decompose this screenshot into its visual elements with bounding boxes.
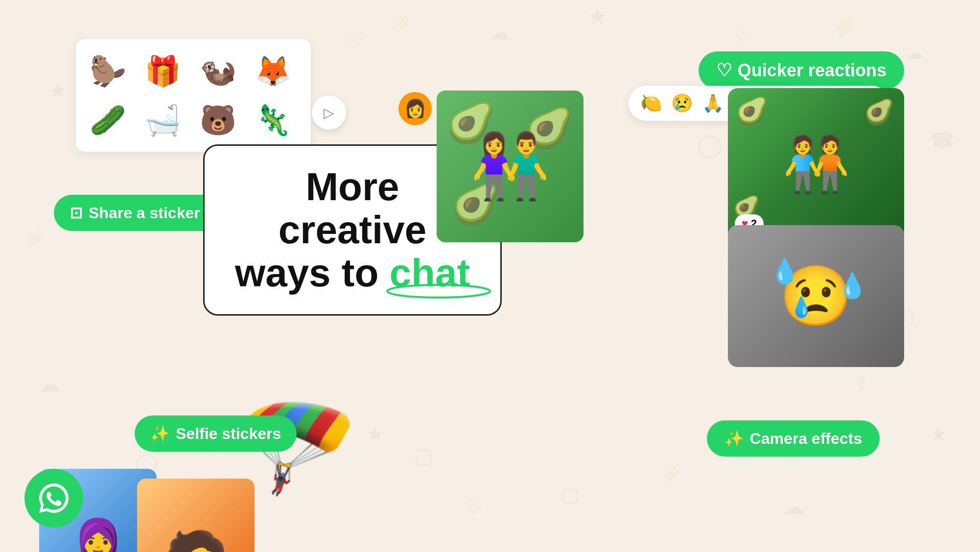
video-large-panel: 🥑 🥑 🥑 🧑‍🤝‍🧑 ♥ 2 <box>728 88 904 240</box>
svg-text:♡: ♡ <box>343 27 365 54</box>
sticker-5: 🥒 <box>86 98 130 142</box>
sticker-6: 🛁 <box>141 98 185 142</box>
send-button[interactable]: ▷ <box>312 95 346 130</box>
quicker-reactions-icon: ♡ <box>716 60 732 81</box>
couple-photo: 🥑 🥑 🥑 👫 <box>437 91 583 242</box>
svg-text:♡: ♡ <box>465 496 483 518</box>
camera-effects-badge: ✨ Camera effects <box>707 420 880 457</box>
svg-text:⚡: ⚡ <box>24 228 47 249</box>
emoji-pray[interactable]: 🙏 <box>702 93 724 114</box>
sticker-2: 🎁 <box>141 49 185 93</box>
svg-text:★: ★ <box>930 424 947 444</box>
quicker-reactions-badge: ♡ Quicker reactions <box>699 51 904 90</box>
video-cry-panel: 😢 💧 💧 <box>728 225 904 367</box>
sticker-3: 🦦 <box>196 49 240 93</box>
camera-effects-icon: ✨ <box>724 429 744 448</box>
share-sticker-icon: ⊡ <box>70 204 83 222</box>
svg-point-16 <box>699 136 721 158</box>
svg-text:♡: ♡ <box>734 27 751 48</box>
emoji-lemon[interactable]: 🍋 <box>640 93 662 114</box>
whatsapp-circle <box>24 469 83 528</box>
camera-effects-label: Camera effects <box>750 430 862 448</box>
svg-text:☁: ☁ <box>783 495 804 518</box>
send-icon: ▷ <box>324 105 334 121</box>
svg-text:⤴: ⤴ <box>857 375 865 395</box>
selfie-stickers-badge: ✨ Selfie stickers <box>135 415 297 452</box>
video-couple-panel: 🥑 🥑 🥑 👫 <box>437 91 583 242</box>
svg-text:★: ★ <box>49 80 67 102</box>
selfie-stickers-icon: ✨ <box>150 424 170 443</box>
sticker-4: 🦊 <box>251 49 295 93</box>
svg-text:☁: ☁ <box>39 372 61 396</box>
selfie-stickers-label: Selfie stickers <box>176 425 281 443</box>
avatar: 👩 <box>398 92 432 125</box>
title-line2: ways to chat <box>229 252 476 295</box>
whatsapp-phone-icon <box>36 481 71 516</box>
svg-point-26 <box>387 285 490 298</box>
svg-text:☁: ☁ <box>906 43 923 63</box>
svg-text:☎: ☎ <box>930 129 955 151</box>
svg-text:⚡: ⚡ <box>661 463 683 484</box>
svg-text:⚡: ⚡ <box>392 13 413 34</box>
person-photo-2: 🧑 <box>137 479 255 552</box>
svg-rect-21 <box>563 489 577 503</box>
sticker-panel: 🦫 🎁 🦦 🦊 🥒 🛁 🐻 🦎 <box>76 39 311 152</box>
sticker-1: 🦫 <box>86 49 130 93</box>
cry-photo: 😢 💧 💧 <box>728 225 904 367</box>
emoji-sad[interactable]: 😢 <box>671 93 693 114</box>
chat-underline-svg <box>385 284 492 299</box>
svg-text:☁: ☁ <box>490 22 509 43</box>
svg-text:⚡: ⚡ <box>832 15 858 40</box>
sticker-7: 🐻 <box>196 98 240 142</box>
whatsapp-logo <box>24 469 83 528</box>
svg-text:★: ★ <box>367 424 384 444</box>
svg-rect-19 <box>416 450 431 465</box>
quicker-reactions-label: Quicker reactions <box>738 60 887 81</box>
title-chat-word: chat <box>390 252 470 295</box>
sticker-8: 🦎 <box>251 98 295 142</box>
svg-text:★: ★ <box>587 4 607 29</box>
